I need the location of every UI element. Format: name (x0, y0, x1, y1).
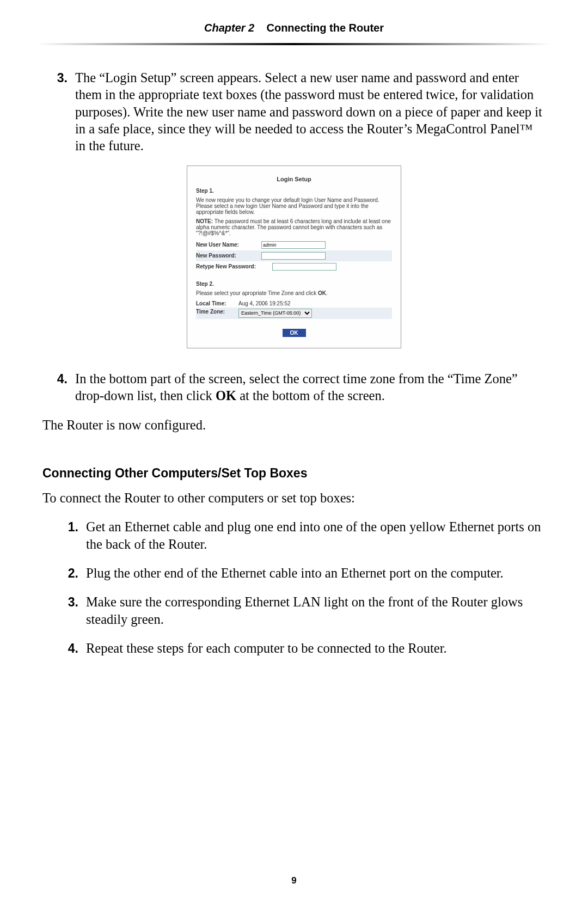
step-text: The “Login Setup” screen appears. Select… (75, 69, 546, 155)
login-setup-screenshot: Login Setup Step 1. We now require you t… (187, 165, 401, 348)
step-number: 4. (53, 640, 86, 657)
new-username-input[interactable] (261, 241, 326, 249)
step-4: 4. In the bottom part of the screen, sel… (42, 370, 546, 404)
step2-text: Please select your apropriate Time Zone … (196, 290, 392, 296)
step-number: 2. (53, 565, 86, 581)
step-text: Make sure the corresponding Ethernet LAN… (86, 593, 546, 628)
subsection-intro: To connect the Router to other computers… (42, 489, 546, 506)
chapter-title: Connecting the Router (266, 22, 384, 34)
step-number: 4. (42, 370, 75, 404)
step1-intro: We now require you to change your defaul… (196, 197, 392, 215)
connect-step-2: 2. Plug the other end of the Ethernet ca… (53, 565, 546, 581)
step-text: Get an Ethernet cable and plug one end i… (86, 518, 546, 553)
retype-password-input[interactable] (272, 263, 336, 271)
step-text: In the bottom part of the screen, select… (75, 370, 546, 404)
new-username-row: New User Name: (196, 240, 392, 250)
subsection-heading: Connecting Other Computers/Set Top Boxes (42, 466, 546, 481)
time-zone-row: Time Zone: Eastern_Time (GMT-05:00) (196, 308, 392, 319)
step-number: 1. (53, 518, 86, 553)
new-password-label: New Password: (196, 253, 261, 259)
new-username-label: New User Name: (196, 242, 261, 248)
step-text: Plug the other end of the Ethernet cable… (86, 565, 546, 581)
connect-steps-list: 1. Get an Ethernet cable and plug one en… (42, 518, 546, 657)
step-number: 3. (53, 593, 86, 628)
local-time-value: Aug 4, 2006 19:25:52 (238, 300, 291, 306)
ok-button[interactable]: OK (283, 329, 306, 337)
header-rule (37, 43, 551, 45)
local-time-label: Local Time: (196, 300, 238, 306)
connect-step-1: 1. Get an Ethernet cable and plug one en… (53, 518, 546, 553)
retype-password-label: Retype New Password: (196, 263, 272, 269)
connect-step-3: 3. Make sure the corresponding Ethernet … (53, 593, 546, 628)
new-password-row: New Password: (196, 250, 392, 261)
router-configured-text: The Router is now configured. (42, 416, 546, 433)
step1-label: Step 1. (196, 188, 392, 194)
step-text: Repeat these steps for each computer to … (86, 640, 546, 657)
retype-password-row: Retype New Password: (196, 261, 392, 272)
step-3: 3. The “Login Setup” screen appears. Sel… (42, 69, 546, 155)
page-number: 9 (0, 875, 588, 886)
local-time-row: Local Time: Aug 4, 2006 19:25:52 (196, 299, 392, 308)
dialog-title: Login Setup (196, 176, 392, 182)
time-zone-label: Time Zone: (196, 309, 238, 318)
new-password-input[interactable] (261, 252, 326, 260)
password-note: NOTE: The password must be at least 6 ch… (196, 218, 392, 236)
connect-step-4: 4. Repeat these steps for each computer … (53, 640, 546, 657)
step2-label: Step 2. (196, 281, 392, 287)
time-zone-select[interactable]: Eastern_Time (GMT-05:00) (238, 309, 312, 318)
chapter-header: Chapter 2 Connecting the Router (42, 22, 546, 34)
step-number: 3. (42, 69, 75, 155)
setup-steps-list: 3. The “Login Setup” screen appears. Sel… (42, 69, 546, 155)
chapter-label: Chapter 2 (204, 22, 254, 34)
setup-steps-list-cont: 4. In the bottom part of the screen, sel… (42, 370, 546, 404)
